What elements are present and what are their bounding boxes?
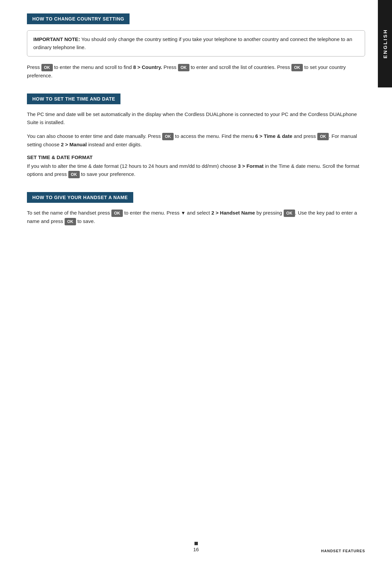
footer-right-text: HANDSET FEATURES (321, 549, 365, 553)
sub-section-title: SET TIME & DATE FORMAT (27, 154, 365, 160)
ok-button-5: OK (317, 133, 329, 140)
ok-button-6: OK (68, 171, 80, 178)
page-number: 16 (193, 547, 199, 552)
sidebar-english: ENGLISH (378, 0, 392, 87)
section2-para1: The PC time and date will be set automat… (27, 110, 365, 127)
ok-button-8: OK (284, 210, 295, 217)
ok-button-1: OK (41, 64, 53, 71)
important-note-bold: IMPORTANT NOTE: (33, 36, 80, 42)
section3-header: HOW TO GIVE YOUR HANDSET A NAME (27, 192, 133, 203)
ok-button-4: OK (162, 133, 174, 140)
section-time-date: HOW TO SET THE TIME AND DATE The PC time… (27, 93, 365, 179)
arrow-down-icon: ▼ (181, 210, 186, 216)
section2-sub-para: If you wish to alter the time & date for… (27, 162, 365, 179)
ok-button-7: OK (111, 210, 123, 217)
sidebar-label-text: ENGLISH (382, 29, 388, 59)
section-handset-name: HOW TO GIVE YOUR HANDSET A NAME To set t… (27, 192, 365, 226)
section2-para2: You can also choose to enter time and da… (27, 132, 365, 149)
ok-button-3: OK (291, 64, 303, 71)
page-container: ENGLISH HOW TO CHANGE COUNTRY SETTING IM… (0, 0, 392, 563)
section1-body: Press OK to enter the menu and scroll to… (27, 63, 365, 80)
section2-header: HOW TO SET THE TIME AND DATE (27, 93, 120, 104)
footer-square (194, 542, 198, 545)
ok-button-9: OK (65, 218, 76, 225)
important-note-text: You should only change the country setti… (33, 36, 352, 50)
section-country-setting: HOW TO CHANGE COUNTRY SETTING IMPORTANT … (27, 13, 365, 80)
ok-button-2: OK (178, 64, 189, 71)
important-note-box: IMPORTANT NOTE: You should only change t… (27, 30, 365, 57)
section3-para1: To set the name of the handset press OK … (27, 209, 365, 226)
section1-header: HOW TO CHANGE COUNTRY SETTING (27, 13, 130, 24)
page-footer: 16 HANDSET FEATURES (0, 542, 392, 553)
